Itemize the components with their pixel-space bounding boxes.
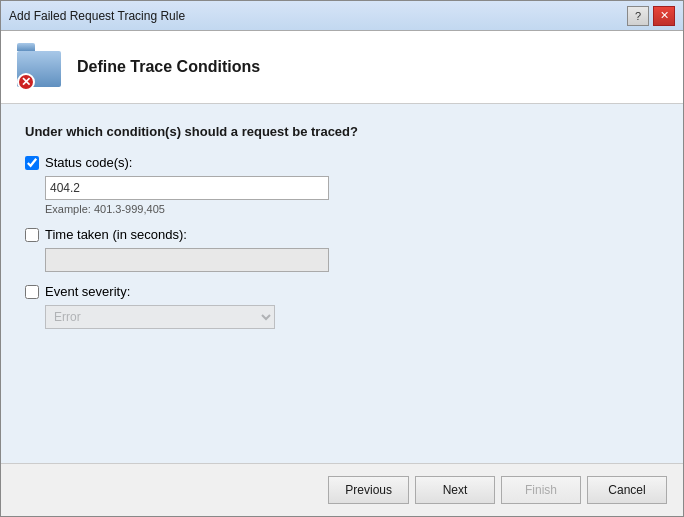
event-severity-option: Event severity: Error Warning Critical E… xyxy=(25,284,659,329)
event-severity-select[interactable]: Error Warning Critical Error xyxy=(45,305,275,329)
status-code-label[interactable]: Status code(s): xyxy=(25,155,659,170)
dialog-window: Add Failed Request Tracing Rule ? ✕ ✕ De… xyxy=(0,0,684,517)
header-section: ✕ Define Trace Conditions xyxy=(1,31,683,104)
time-taken-label-text: Time taken (in seconds): xyxy=(45,227,187,242)
previous-button[interactable]: Previous xyxy=(328,476,409,504)
time-taken-option: Time taken (in seconds): xyxy=(25,227,659,272)
status-code-label-text: Status code(s): xyxy=(45,155,132,170)
event-severity-checkbox[interactable] xyxy=(25,285,39,299)
help-button[interactable]: ? xyxy=(627,6,649,26)
close-button[interactable]: ✕ xyxy=(653,6,675,26)
section-question: Under which condition(s) should a reques… xyxy=(25,124,659,139)
cancel-button[interactable]: Cancel xyxy=(587,476,667,504)
header-icon: ✕ xyxy=(17,43,65,91)
event-severity-label-text: Event severity: xyxy=(45,284,130,299)
event-severity-label[interactable]: Event severity: xyxy=(25,284,659,299)
next-button[interactable]: Next xyxy=(415,476,495,504)
content-area: Under which condition(s) should a reques… xyxy=(1,104,683,463)
time-taken-label[interactable]: Time taken (in seconds): xyxy=(25,227,659,242)
status-code-example: Example: 401.3-999,405 xyxy=(45,203,659,215)
status-code-option: Status code(s): Example: 401.3-999,405 xyxy=(25,155,659,215)
window-title: Add Failed Request Tracing Rule xyxy=(9,9,185,23)
header-title: Define Trace Conditions xyxy=(77,58,260,76)
error-badge-icon: ✕ xyxy=(17,73,35,91)
title-bar: Add Failed Request Tracing Rule ? ✕ xyxy=(1,1,683,31)
title-bar-buttons: ? ✕ xyxy=(627,6,675,26)
finish-button[interactable]: Finish xyxy=(501,476,581,504)
footer-section: Previous Next Finish Cancel xyxy=(1,463,683,516)
status-code-checkbox[interactable] xyxy=(25,156,39,170)
time-taken-checkbox[interactable] xyxy=(25,228,39,242)
status-code-input[interactable] xyxy=(45,176,329,200)
time-taken-input[interactable] xyxy=(45,248,329,272)
